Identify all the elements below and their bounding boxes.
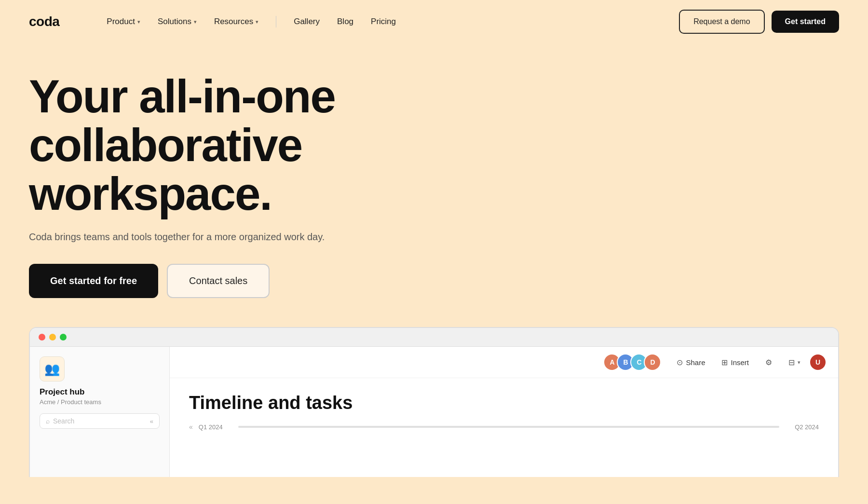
collapse-icon[interactable]: «	[150, 418, 153, 425]
get-started-free-button[interactable]: Get started for free	[29, 264, 158, 298]
navigation: coda Product ▾ Solutions ▾ Resources ▾ G…	[0, 0, 868, 43]
request-demo-button[interactable]: Request a demo	[679, 10, 764, 34]
nav-divider	[276, 16, 276, 27]
window-maximize-dot[interactable]	[60, 334, 67, 341]
chevron-down-icon: ▾	[798, 359, 800, 366]
search-placeholder: Search	[53, 417, 74, 425]
contact-sales-button[interactable]: Contact sales	[167, 264, 270, 298]
hero-subtitle: Coda brings teams and tools together for…	[29, 232, 328, 243]
get-started-nav-button[interactable]: Get started	[772, 11, 839, 33]
timeline-track	[238, 426, 779, 428]
share-button[interactable]: ⊙ Share	[673, 355, 709, 369]
user-avatar[interactable]: U	[809, 354, 827, 371]
comment-button[interactable]: ⊟ ▾	[785, 355, 804, 369]
timeline-q1-label: Q1 2024	[199, 423, 223, 431]
window-main: A B C D ⊙ Share ⊞ Insert ⚙ ⊟	[170, 347, 838, 477]
insert-icon: ⊞	[721, 358, 728, 367]
window-close-dot[interactable]	[39, 334, 45, 341]
timeline-q2-label: Q2 2024	[795, 423, 819, 431]
nav-solutions[interactable]: Solutions ▾	[149, 13, 205, 30]
settings-button[interactable]: ⚙	[761, 355, 776, 369]
workspace-title: Project hub	[40, 387, 160, 397]
nav-blog[interactable]: Blog	[328, 13, 362, 30]
search-icon: ⌕	[46, 417, 50, 425]
nav-resources[interactable]: Resources ▾	[205, 13, 267, 30]
app-window: 👥 Project hub Acme / Product teams ⌕ Sea…	[29, 327, 839, 477]
chevron-down-icon: ▾	[137, 19, 140, 25]
comment-icon: ⊟	[788, 358, 795, 367]
hero-buttons: Get started for free Contact sales	[29, 264, 839, 298]
window-body: 👥 Project hub Acme / Product teams ⌕ Sea…	[30, 347, 838, 477]
avatar: D	[644, 354, 661, 371]
nav-links: Product ▾ Solutions ▾ Resources ▾ Galler…	[98, 13, 405, 30]
hero-title: Your all-in-one collaborative workspace.	[29, 72, 463, 218]
gear-icon: ⚙	[765, 358, 772, 367]
collaborator-avatars: A B C D	[603, 354, 661, 371]
share-icon: ⊙	[677, 358, 683, 367]
workspace-icon: 👥	[40, 356, 65, 381]
hero-section: Your all-in-one collaborative workspace.…	[0, 43, 868, 298]
window-sidebar: 👥 Project hub Acme / Product teams ⌕ Sea…	[30, 347, 170, 477]
nav-pricing[interactable]: Pricing	[362, 13, 405, 30]
window-minimize-dot[interactable]	[49, 334, 56, 341]
window-content-area: Timeline and tasks « Q1 2024 Q2 2024	[170, 378, 838, 445]
timeline-bar: « Q1 2024 Q2 2024	[189, 423, 819, 431]
doc-title: Timeline and tasks	[189, 393, 819, 413]
nav-actions: Request a demo Get started	[679, 10, 839, 34]
nav-gallery[interactable]: Gallery	[285, 13, 328, 30]
timeline-prev-icon[interactable]: «	[189, 423, 193, 431]
window-toolbar: A B C D ⊙ Share ⊞ Insert ⚙ ⊟	[170, 347, 838, 378]
chevron-down-icon: ▾	[256, 19, 258, 25]
workspace-subtitle: Acme / Product teams	[40, 398, 160, 406]
window-titlebar	[30, 328, 838, 347]
sidebar-search[interactable]: ⌕ Search «	[40, 413, 160, 429]
chevron-down-icon: ▾	[194, 19, 197, 25]
nav-product[interactable]: Product ▾	[98, 13, 149, 30]
insert-button[interactable]: ⊞ Insert	[718, 355, 753, 369]
logo[interactable]: coda	[29, 14, 59, 29]
